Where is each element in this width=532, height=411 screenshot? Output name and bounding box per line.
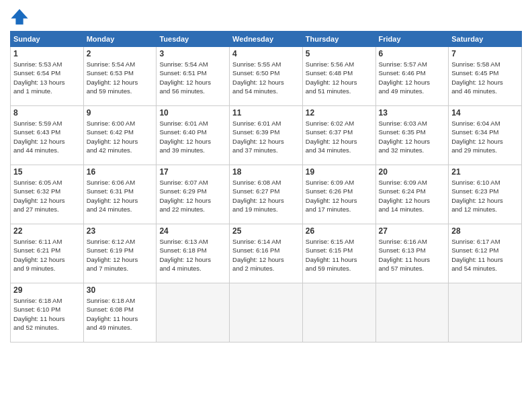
calendar-container: SundayMondayTuesdayWednesdayThursdayFrid… [0,0,532,411]
weekday-header-saturday: Saturday [449,32,522,47]
day-info: Sunrise: 6:18 AM Sunset: 6:10 PM Dayligh… [13,296,81,332]
day-number: 16 [87,167,154,177]
day-info: Sunrise: 5:54 AM Sunset: 6:51 PM Dayligh… [159,60,226,95]
calendar-week-1: 1Sunrise: 5:53 AM Sunset: 6:54 PM Daylig… [11,47,522,106]
day-info: Sunrise: 6:13 AM Sunset: 6:18 PM Dayligh… [159,237,226,273]
calendar-cell: 4Sunrise: 5:55 AM Sunset: 6:50 PM Daylig… [230,47,303,106]
calendar-cell: 21Sunrise: 6:10 AM Sunset: 6:23 PM Dayli… [449,165,522,224]
weekday-header-wednesday: Wednesday [230,32,303,47]
day-info: Sunrise: 5:57 AM Sunset: 6:46 PM Dayligh… [379,60,446,95]
svg-marker-0 [11,9,28,25]
calendar-cell: 22Sunrise: 6:11 AM Sunset: 6:21 PM Dayli… [11,224,84,283]
day-number: 3 [159,49,226,58]
day-number: 25 [232,226,300,236]
day-info: Sunrise: 6:04 AM Sunset: 6:34 PM Dayligh… [451,119,519,154]
day-number: 11 [232,108,300,118]
day-info: Sunrise: 6:18 AM Sunset: 6:08 PM Dayligh… [87,296,154,332]
day-number: 10 [159,108,226,118]
day-info: Sunrise: 6:12 AM Sunset: 6:19 PM Dayligh… [87,237,154,273]
day-info: Sunrise: 5:59 AM Sunset: 6:43 PM Dayligh… [13,119,81,154]
day-number: 14 [451,108,519,118]
day-number: 17 [159,167,226,177]
calendar-cell [375,283,449,342]
weekday-header-friday: Friday [375,32,449,47]
calendar-cell: 8Sunrise: 5:59 AM Sunset: 6:43 PM Daylig… [11,106,84,165]
day-info: Sunrise: 5:53 AM Sunset: 6:54 PM Dayligh… [13,60,81,95]
day-info: Sunrise: 6:15 AM Sunset: 6:15 PM Dayligh… [306,237,373,273]
calendar-cell [302,283,375,342]
day-info: Sunrise: 6:14 AM Sunset: 6:16 PM Dayligh… [232,237,300,273]
day-number: 4 [232,49,300,58]
calendar-header [10,7,522,26]
calendar-cell: 20Sunrise: 6:09 AM Sunset: 6:24 PM Dayli… [375,165,449,224]
calendar-week-5: 29Sunrise: 6:18 AM Sunset: 6:10 PM Dayli… [11,283,522,342]
day-number: 9 [87,108,154,118]
day-info: Sunrise: 5:56 AM Sunset: 6:48 PM Dayligh… [306,60,373,95]
calendar-cell: 10Sunrise: 6:01 AM Sunset: 6:40 PM Dayli… [157,106,230,165]
day-number: 29 [13,285,81,295]
day-info: Sunrise: 6:11 AM Sunset: 6:21 PM Dayligh… [13,237,81,273]
day-number: 19 [306,167,373,177]
calendar-week-2: 8Sunrise: 5:59 AM Sunset: 6:43 PM Daylig… [11,106,522,165]
calendar-cell: 13Sunrise: 6:03 AM Sunset: 6:35 PM Dayli… [375,106,449,165]
day-info: Sunrise: 6:07 AM Sunset: 6:29 PM Dayligh… [159,178,226,214]
calendar-table: SundayMondayTuesdayWednesdayThursdayFrid… [10,31,522,342]
calendar-cell: 9Sunrise: 6:00 AM Sunset: 6:42 PM Daylig… [83,106,157,165]
day-info: Sunrise: 5:58 AM Sunset: 6:45 PM Dayligh… [451,60,519,95]
calendar-cell: 11Sunrise: 6:01 AM Sunset: 6:39 PM Dayli… [230,106,303,165]
weekday-header-sunday: Sunday [11,32,84,47]
day-info: Sunrise: 6:06 AM Sunset: 6:31 PM Dayligh… [87,178,154,214]
day-number: 20 [379,167,446,177]
weekday-header-monday: Monday [83,32,157,47]
calendar-cell: 1Sunrise: 5:53 AM Sunset: 6:54 PM Daylig… [11,47,84,106]
day-number: 26 [306,226,373,236]
calendar-cell: 26Sunrise: 6:15 AM Sunset: 6:15 PM Dayli… [302,224,375,283]
day-info: Sunrise: 6:05 AM Sunset: 6:32 PM Dayligh… [13,178,81,214]
day-info: Sunrise: 6:16 AM Sunset: 6:13 PM Dayligh… [379,237,446,273]
weekday-header-tuesday: Tuesday [157,32,230,47]
day-info: Sunrise: 6:01 AM Sunset: 6:40 PM Dayligh… [159,119,226,154]
calendar-cell: 15Sunrise: 6:05 AM Sunset: 6:32 PM Dayli… [11,165,84,224]
calendar-cell: 5Sunrise: 5:56 AM Sunset: 6:48 PM Daylig… [302,47,375,106]
weekday-header-thursday: Thursday [302,32,375,47]
day-info: Sunrise: 6:02 AM Sunset: 6:37 PM Dayligh… [306,119,373,154]
day-info: Sunrise: 6:09 AM Sunset: 6:24 PM Dayligh… [379,178,446,214]
calendar-cell: 2Sunrise: 5:54 AM Sunset: 6:53 PM Daylig… [83,47,157,106]
day-info: Sunrise: 5:55 AM Sunset: 6:50 PM Dayligh… [232,60,300,95]
calendar-cell: 25Sunrise: 6:14 AM Sunset: 6:16 PM Dayli… [230,224,303,283]
day-info: Sunrise: 6:08 AM Sunset: 6:27 PM Dayligh… [232,178,300,214]
day-number: 7 [451,49,519,58]
calendar-cell: 18Sunrise: 6:08 AM Sunset: 6:27 PM Dayli… [230,165,303,224]
day-number: 18 [232,167,300,177]
calendar-cell: 30Sunrise: 6:18 AM Sunset: 6:08 PM Dayli… [83,283,157,342]
day-number: 6 [379,49,446,58]
day-info: Sunrise: 6:10 AM Sunset: 6:23 PM Dayligh… [451,178,519,214]
day-info: Sunrise: 5:54 AM Sunset: 6:53 PM Dayligh… [87,60,154,95]
calendar-cell: 29Sunrise: 6:18 AM Sunset: 6:10 PM Dayli… [11,283,84,342]
calendar-cell: 28Sunrise: 6:17 AM Sunset: 6:12 PM Dayli… [449,224,522,283]
calendar-cell [449,283,522,342]
day-number: 24 [159,226,226,236]
calendar-cell: 24Sunrise: 6:13 AM Sunset: 6:18 PM Dayli… [157,224,230,283]
day-number: 2 [87,49,154,58]
logo-icon [10,7,29,26]
day-number: 28 [451,226,519,236]
calendar-cell: 27Sunrise: 6:16 AM Sunset: 6:13 PM Dayli… [375,224,449,283]
calendar-cell: 6Sunrise: 5:57 AM Sunset: 6:46 PM Daylig… [375,47,449,106]
day-number: 1 [13,49,81,58]
day-number: 12 [306,108,373,118]
weekday-header-row: SundayMondayTuesdayWednesdayThursdayFrid… [11,32,522,47]
calendar-cell: 7Sunrise: 5:58 AM Sunset: 6:45 PM Daylig… [449,47,522,106]
day-info: Sunrise: 6:09 AM Sunset: 6:26 PM Dayligh… [306,178,373,214]
calendar-cell: 14Sunrise: 6:04 AM Sunset: 6:34 PM Dayli… [449,106,522,165]
calendar-cell [157,283,230,342]
calendar-cell [230,283,303,342]
day-info: Sunrise: 6:03 AM Sunset: 6:35 PM Dayligh… [379,119,446,154]
calendar-cell: 12Sunrise: 6:02 AM Sunset: 6:37 PM Dayli… [302,106,375,165]
day-number: 8 [13,108,81,118]
calendar-body: 1Sunrise: 5:53 AM Sunset: 6:54 PM Daylig… [11,47,522,342]
day-number: 27 [379,226,446,236]
calendar-cell: 23Sunrise: 6:12 AM Sunset: 6:19 PM Dayli… [83,224,157,283]
logo [10,7,30,26]
day-number: 23 [87,226,154,236]
